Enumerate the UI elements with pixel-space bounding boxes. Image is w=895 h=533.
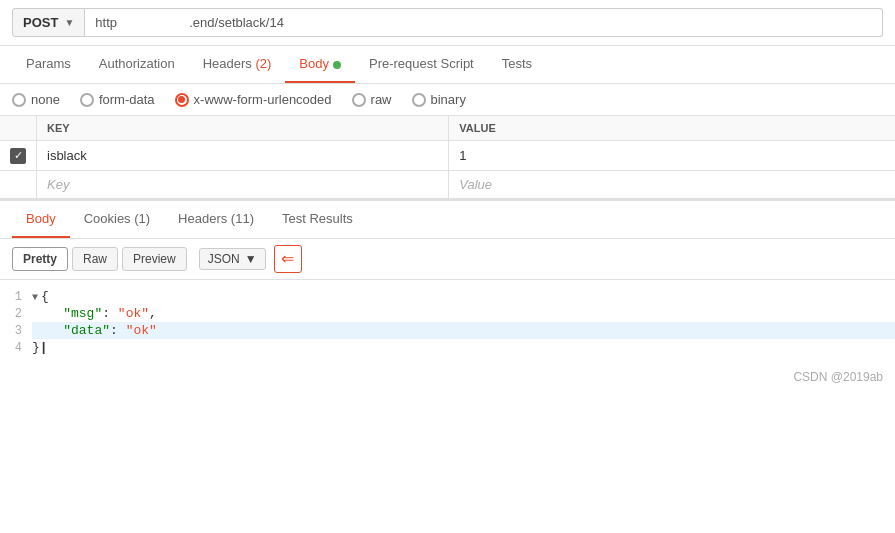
tab-headers[interactable]: Headers (2) bbox=[189, 46, 286, 83]
method-label: POST bbox=[23, 15, 58, 30]
watermark: CSDN @2019ab bbox=[0, 364, 895, 390]
request-tabs: Params Authorization Headers (2) Body Pr… bbox=[0, 46, 895, 84]
radio-none bbox=[12, 93, 26, 107]
row-value-placeholder[interactable]: Value bbox=[449, 170, 895, 198]
method-selector[interactable]: POST ▼ bbox=[12, 8, 85, 37]
body-options: none form-data x-www-form-urlencoded raw… bbox=[0, 84, 895, 116]
resp-tab-cookies[interactable]: Cookies (1) bbox=[70, 201, 164, 238]
option-x-www-form-urlencoded[interactable]: x-www-form-urlencoded bbox=[175, 92, 332, 107]
kv-table: KEY VALUE isblack 1 Key Value bbox=[0, 116, 895, 199]
option-none[interactable]: none bbox=[12, 92, 60, 107]
format-selector[interactable]: JSON ▼ bbox=[199, 248, 266, 270]
response-tabs: Body Cookies (1) Headers (11) Test Resul… bbox=[0, 201, 895, 239]
option-raw[interactable]: raw bbox=[352, 92, 392, 107]
row-checkbox[interactable] bbox=[0, 141, 37, 171]
radio-raw bbox=[352, 93, 366, 107]
radio-x-www-form-urlencoded bbox=[175, 93, 189, 107]
raw-button[interactable]: Raw bbox=[72, 247, 118, 271]
preview-button[interactable]: Preview bbox=[122, 247, 187, 271]
radio-form-data bbox=[80, 93, 94, 107]
table-row: isblack 1 bbox=[0, 141, 895, 171]
response-section: Body Cookies (1) Headers (11) Test Resul… bbox=[0, 199, 895, 364]
code-area: 1 ▼{ 2 "msg": "ok", 3 "data": "ok" 4 }| bbox=[0, 280, 895, 364]
resp-tab-headers[interactable]: Headers (11) bbox=[164, 201, 268, 238]
code-line-1: 1 ▼{ bbox=[0, 288, 895, 305]
row-checkbox-empty[interactable] bbox=[0, 170, 37, 198]
response-toolbar: Pretty Raw Preview JSON ▼ ⇐ bbox=[0, 239, 895, 280]
wrap-icon[interactable]: ⇐ bbox=[274, 245, 302, 273]
tab-body[interactable]: Body bbox=[285, 46, 355, 83]
tab-authorization[interactable]: Authorization bbox=[85, 46, 189, 83]
table-row-empty: Key Value bbox=[0, 170, 895, 198]
method-arrow: ▼ bbox=[64, 17, 74, 28]
option-form-data[interactable]: form-data bbox=[80, 92, 155, 107]
tab-tests[interactable]: Tests bbox=[488, 46, 546, 83]
code-line-3: 3 "data": "ok" bbox=[0, 322, 895, 339]
checkbox-checked bbox=[10, 148, 26, 164]
body-dot bbox=[333, 61, 341, 69]
col-key: KEY bbox=[37, 116, 449, 141]
row-value[interactable]: 1 bbox=[449, 141, 895, 171]
row-key-placeholder[interactable]: Key bbox=[37, 170, 449, 198]
code-line-4: 4 }| bbox=[0, 339, 895, 356]
resp-tab-body[interactable]: Body bbox=[12, 201, 70, 238]
url-input[interactable] bbox=[85, 8, 883, 37]
radio-binary bbox=[412, 93, 426, 107]
row-key[interactable]: isblack bbox=[37, 141, 449, 171]
toggle-icon[interactable]: ▼ bbox=[32, 292, 38, 303]
tab-params[interactable]: Params bbox=[12, 46, 85, 83]
resp-tab-test-results[interactable]: Test Results bbox=[268, 201, 367, 238]
option-binary[interactable]: binary bbox=[412, 92, 466, 107]
tab-prerequest[interactable]: Pre-request Script bbox=[355, 46, 488, 83]
url-bar: POST ▼ bbox=[0, 0, 895, 46]
code-line-2: 2 "msg": "ok", bbox=[0, 305, 895, 322]
col-value: VALUE bbox=[449, 116, 895, 141]
col-checkbox bbox=[0, 116, 37, 141]
pretty-button[interactable]: Pretty bbox=[12, 247, 68, 271]
